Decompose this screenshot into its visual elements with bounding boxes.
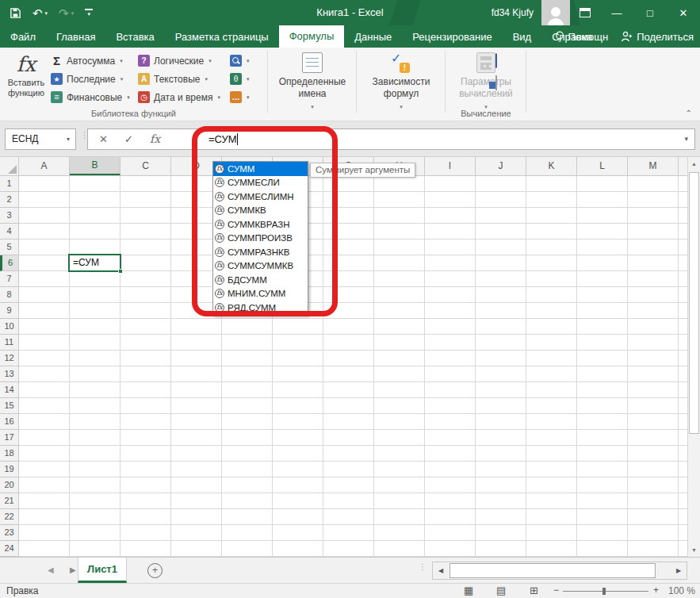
scroll-up-icon[interactable]: ▲ bbox=[688, 157, 700, 171]
row-header-1[interactable]: 1 bbox=[0, 176, 18, 192]
function-option-МНИМ.СУММ[interactable]: МНИМ.СУММ bbox=[213, 287, 308, 301]
column-header-B[interactable]: B bbox=[70, 157, 120, 175]
vertical-scrollbar-thumb[interactable] bbox=[689, 172, 699, 434]
tab-Разметка страницы[interactable]: Разметка страницы bbox=[165, 26, 279, 48]
user-name[interactable]: fd34 Kjufy bbox=[492, 7, 534, 18]
column-header-A[interactable]: A bbox=[19, 157, 70, 175]
function-option-СУММСУММКВ[interactable]: СУММСУММКВ bbox=[213, 259, 308, 274]
zoom-in-button[interactable]: + bbox=[653, 584, 659, 597]
page-break-view-icon[interactable]: ⊞ bbox=[530, 584, 538, 598]
assistant-button[interactable]: Помощн bbox=[555, 31, 609, 43]
row-header-19[interactable]: 19 bbox=[0, 462, 18, 477]
row-header-15[interactable]: 15 bbox=[0, 398, 18, 414]
row-header-6[interactable]: 6 bbox=[0, 255, 18, 271]
library-button[interactable]: ▾ bbox=[230, 89, 250, 105]
library-button-Финансовые[interactable]: Финансовые▾ bbox=[51, 89, 130, 105]
library-button-Последние[interactable]: Последние▾ bbox=[51, 71, 130, 87]
add-sheet-button[interactable]: + bbox=[147, 563, 163, 578]
cancel-icon[interactable]: ✕ bbox=[99, 129, 108, 149]
formula-auditing-button[interactable]: Зависимости формул ▾ bbox=[359, 51, 443, 111]
fill-handle[interactable] bbox=[118, 269, 123, 274]
column-header-C[interactable]: C bbox=[120, 157, 171, 175]
sheet-tab-Лист1[interactable]: Лист1 bbox=[78, 558, 127, 583]
tab-Вид[interactable]: Вид bbox=[503, 26, 542, 48]
row-header-12[interactable]: 12 bbox=[0, 351, 18, 366]
row-header-13[interactable]: 13 bbox=[0, 366, 18, 382]
library-button-Автосумма[interactable]: Автосумма▾ bbox=[51, 52, 130, 69]
page-layout-view-icon[interactable]: ▤ bbox=[496, 584, 506, 598]
tab-Данные[interactable]: Данные bbox=[344, 26, 402, 48]
name-box-dropdown-icon[interactable]: ▾ bbox=[67, 129, 70, 149]
column-header-I[interactable]: I bbox=[425, 157, 476, 175]
column-header-K[interactable]: K bbox=[526, 157, 577, 175]
prev-sheet-icon[interactable]: ◀ bbox=[48, 558, 54, 583]
library-button-Логические[interactable]: Логические▾ bbox=[138, 52, 220, 69]
row-header-10[interactable]: 10 bbox=[0, 319, 18, 335]
row-header-14[interactable]: 14 bbox=[0, 382, 18, 398]
function-option-СУММЕСЛИ[interactable]: СУММЕСЛИ bbox=[213, 176, 308, 190]
vertical-scrollbar[interactable]: ▲ ▼ bbox=[687, 157, 700, 557]
column-header-M[interactable]: M bbox=[628, 157, 679, 175]
tab-Файл[interactable]: Файл bbox=[0, 26, 46, 48]
row-header-18[interactable]: 18 bbox=[0, 446, 18, 462]
formula-input[interactable]: =СУМ bbox=[208, 129, 238, 149]
row-header-24[interactable]: 24 bbox=[0, 541, 18, 557]
row-header-3[interactable]: 3 bbox=[0, 208, 18, 224]
avatar[interactable] bbox=[541, 0, 570, 25]
share-button[interactable]: Поделиться bbox=[621, 31, 694, 43]
function-option-БДСУММ[interactable]: БДСУММ bbox=[213, 273, 308, 287]
insert-function-button[interactable]: fx Вставить функцию bbox=[5, 51, 48, 114]
zoom-slider-thumb[interactable] bbox=[602, 588, 606, 595]
row-header-20[interactable]: 20 bbox=[0, 477, 18, 493]
normal-view-icon[interactable]: ▦ bbox=[464, 584, 473, 598]
function-option-СУММКВ[interactable]: СУММКВ bbox=[213, 204, 308, 218]
calculate-now-button[interactable] bbox=[495, 54, 497, 68]
horizontal-scrollbar-thumb[interactable] bbox=[449, 563, 656, 578]
horizontal-scrollbar[interactable]: ◀ ▶ bbox=[432, 562, 687, 580]
row-header-8[interactable]: 8 bbox=[0, 287, 18, 303]
select-all-button[interactable] bbox=[0, 157, 19, 176]
tab-Вставка[interactable]: Вставка bbox=[105, 26, 164, 48]
name-box[interactable]: ЕСНД ▾ bbox=[5, 128, 76, 150]
expand-formula-bar-icon[interactable]: ▾ bbox=[684, 129, 688, 149]
maximize-button[interactable]: □ bbox=[633, 0, 667, 25]
row-header-23[interactable]: 23 bbox=[0, 525, 18, 541]
tabbar-splitter[interactable]: ⋮ bbox=[419, 564, 427, 570]
enter-icon[interactable]: ✓ bbox=[124, 129, 133, 149]
zoom-level[interactable]: 100 % bbox=[668, 584, 695, 598]
ribbon-display-options-button[interactable] bbox=[570, 0, 600, 25]
column-header-L[interactable]: L bbox=[577, 157, 628, 175]
library-button[interactable]: ▾ bbox=[230, 52, 250, 69]
tab-Главная[interactable]: Главная bbox=[46, 26, 105, 48]
minimize-button[interactable]: — bbox=[600, 0, 633, 25]
function-option-СУММЕСЛИМН[interactable]: СУММЕСЛИМН bbox=[213, 190, 308, 204]
cell-grid[interactable] bbox=[19, 176, 687, 557]
active-cell-B6[interactable]: =СУМ bbox=[68, 254, 121, 272]
zoom-slider-track[interactable] bbox=[563, 591, 648, 592]
column-header-J[interactable]: J bbox=[476, 157, 526, 175]
library-button-Дата и время[interactable]: Дата и время▾ bbox=[138, 89, 220, 105]
insert-function-icon[interactable]: fx bbox=[150, 129, 160, 149]
row-header-9[interactable]: 9 bbox=[0, 303, 18, 319]
scroll-left-icon[interactable]: ◀ bbox=[433, 562, 449, 579]
library-button-Текстовые[interactable]: Текстовые▾ bbox=[138, 71, 220, 87]
next-sheet-icon[interactable]: ▶ bbox=[70, 558, 76, 583]
defined-names-button[interactable]: Определенные имена ▾ bbox=[270, 51, 354, 111]
scroll-down-icon[interactable]: ▼ bbox=[688, 543, 700, 557]
row-header-4[interactable]: 4 bbox=[0, 224, 18, 240]
function-option-СУММРАЗНКВ[interactable]: СУММРАЗНКВ bbox=[213, 245, 308, 259]
row-header-5[interactable]: 5 bbox=[0, 240, 18, 255]
row-header-7[interactable]: 7 bbox=[0, 271, 18, 287]
library-button[interactable]: ▾ bbox=[230, 71, 250, 87]
close-button[interactable]: ✕ bbox=[667, 0, 700, 25]
row-header-16[interactable]: 16 bbox=[0, 414, 18, 430]
row-header-21[interactable]: 21 bbox=[0, 493, 18, 509]
scroll-right-icon[interactable]: ▶ bbox=[671, 562, 687, 579]
collapse-ribbon-button[interactable]: ⌃ bbox=[686, 109, 692, 117]
row-header-22[interactable]: 22 bbox=[0, 509, 18, 525]
row-header-2[interactable]: 2 bbox=[0, 192, 18, 208]
calculate-sheet-button[interactable] bbox=[495, 76, 497, 90]
function-option-СУММКВРАЗН[interactable]: СУММКВРАЗН bbox=[213, 217, 308, 232]
row-header-17[interactable]: 17 bbox=[0, 430, 18, 446]
tab-Рецензирование[interactable]: Рецензирование bbox=[402, 26, 502, 48]
